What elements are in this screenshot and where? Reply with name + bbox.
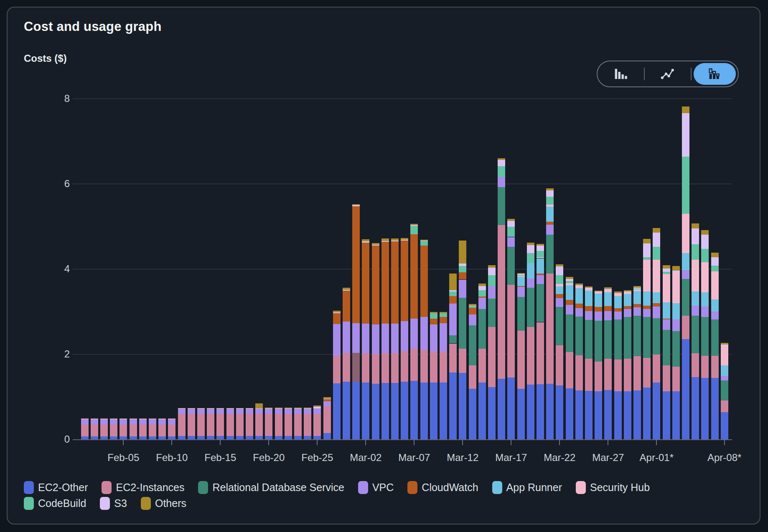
bar-segment[interactable] <box>585 289 593 291</box>
bar-segment[interactable] <box>614 294 622 296</box>
bar-segment[interactable] <box>246 409 253 414</box>
bar-segment[interactable] <box>556 266 563 275</box>
bar-segment[interactable] <box>313 408 321 414</box>
bar-segment[interactable] <box>595 362 602 391</box>
bar-segment[interactable] <box>255 408 263 409</box>
bar-segment[interactable] <box>643 317 651 358</box>
bar-segment[interactable] <box>91 419 98 425</box>
bar-segment[interactable] <box>430 319 437 324</box>
bar-segment[interactable] <box>100 419 108 425</box>
bar-segment[interactable] <box>449 344 457 372</box>
bar-segment[interactable] <box>604 292 612 306</box>
bar-segment[interactable] <box>168 418 175 419</box>
bar-segment[interactable] <box>323 406 331 433</box>
bar-segment[interactable] <box>643 291 651 306</box>
bar-segment[interactable] <box>624 317 631 359</box>
bar-segment[interactable] <box>653 307 660 319</box>
bar-segment[interactable] <box>294 408 302 408</box>
bar-segment[interactable] <box>149 419 156 419</box>
bar-segment[interactable] <box>410 224 418 225</box>
bar-segment[interactable] <box>285 408 292 408</box>
bar-segment[interactable] <box>420 246 428 317</box>
bar-segment[interactable] <box>692 316 699 353</box>
bar-segment[interactable] <box>643 388 651 439</box>
bar-segment[interactable] <box>498 160 505 166</box>
bar-segment[interactable] <box>81 419 89 419</box>
bar-segment[interactable] <box>91 419 98 419</box>
bar-segment[interactable] <box>459 263 466 266</box>
bar-segment[interactable] <box>604 290 612 292</box>
bar-segment[interactable] <box>692 260 699 292</box>
bar-segment[interactable] <box>255 414 263 436</box>
bar-segment[interactable] <box>236 414 244 436</box>
bar-segment[interactable] <box>401 240 408 241</box>
bar-segment[interactable] <box>682 253 689 270</box>
bar-segment[interactable] <box>216 408 224 409</box>
bar-segment[interactable] <box>595 294 602 307</box>
bar-segment[interactable] <box>333 311 341 312</box>
bar-segment[interactable] <box>323 399 331 401</box>
bar-segment[interactable] <box>469 306 476 308</box>
bar-segment[interactable] <box>663 365 670 391</box>
bar-segment[interactable] <box>313 407 321 408</box>
bar-segment[interactable] <box>120 425 127 436</box>
bar-segment[interactable] <box>469 304 476 306</box>
bar-segment[interactable] <box>410 319 418 348</box>
bar-segment[interactable] <box>566 277 573 279</box>
bar-segment[interactable] <box>130 419 137 419</box>
bar-segment[interactable] <box>469 389 476 439</box>
bar-segment[interactable] <box>721 345 728 365</box>
bar-segment[interactable] <box>488 275 496 286</box>
bar-segment[interactable] <box>168 425 175 436</box>
bar-segment[interactable] <box>498 187 505 225</box>
bar-segment[interactable] <box>614 319 622 360</box>
bar-segment[interactable] <box>313 436 321 439</box>
bar-segment[interactable] <box>265 408 272 409</box>
bar-segment[interactable] <box>517 331 525 389</box>
bar-segment[interactable] <box>391 353 399 383</box>
bar-segment[interactable] <box>585 359 593 391</box>
bar-segment[interactable] <box>304 408 311 409</box>
bar-segment[interactable] <box>323 433 331 439</box>
bar-segment[interactable] <box>546 222 554 225</box>
bar-segment[interactable] <box>672 319 680 331</box>
bar-segment[interactable] <box>478 383 486 439</box>
bar-segment[interactable] <box>604 359 612 390</box>
bar-segment[interactable] <box>672 273 680 303</box>
bar-segment[interactable] <box>711 266 719 271</box>
bar-segment[interactable] <box>207 414 214 436</box>
bar-segment[interactable] <box>265 436 272 439</box>
bar-segment[interactable] <box>507 285 515 377</box>
bar-segment[interactable] <box>672 266 680 271</box>
bar-segment[interactable] <box>527 263 534 279</box>
bar-segment[interactable] <box>372 354 379 384</box>
bar-segment[interactable] <box>81 419 89 425</box>
bar-segment[interactable] <box>440 383 447 439</box>
bar-segment[interactable] <box>246 408 253 408</box>
bar-segment[interactable] <box>614 296 622 308</box>
bar-segment[interactable] <box>633 316 641 356</box>
bar-segment[interactable] <box>459 280 466 298</box>
bar-segment[interactable] <box>362 239 369 241</box>
bar-segment[interactable] <box>343 382 350 439</box>
bar-segment[interactable] <box>692 291 699 306</box>
bar-segment[interactable] <box>566 300 573 304</box>
bar-segment[interactable] <box>527 253 534 263</box>
bar-segment[interactable] <box>604 320 612 359</box>
bar-segment[interactable] <box>682 157 689 214</box>
bar-segment[interactable] <box>420 241 428 241</box>
bar-segment[interactable] <box>168 436 175 439</box>
bar-segment[interactable] <box>546 188 554 190</box>
bar-segment[interactable] <box>449 291 457 296</box>
bar-segment[interactable] <box>721 365 728 376</box>
bar-segment[interactable] <box>566 314 573 352</box>
bar-segment[interactable] <box>653 355 660 383</box>
bar-segment[interactable] <box>643 358 651 387</box>
bar-segment[interactable] <box>459 373 466 439</box>
bar-segment[interactable] <box>178 408 186 409</box>
bar-segment[interactable] <box>604 287 612 289</box>
legend-item[interactable]: Others <box>141 497 186 510</box>
bar-segment[interactable] <box>188 409 195 414</box>
bar-segment[interactable] <box>633 304 641 307</box>
bar-segment[interactable] <box>585 320 593 359</box>
